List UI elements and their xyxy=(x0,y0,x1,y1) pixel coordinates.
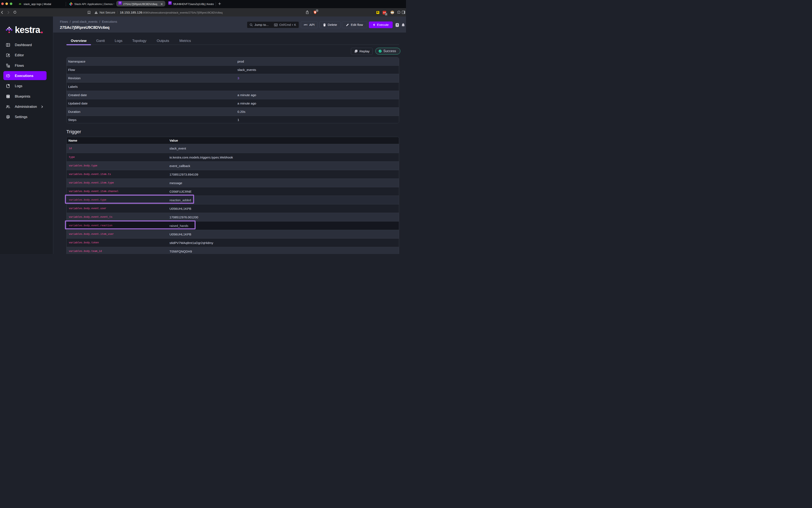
svg-text:kestra: kestra xyxy=(15,26,40,34)
